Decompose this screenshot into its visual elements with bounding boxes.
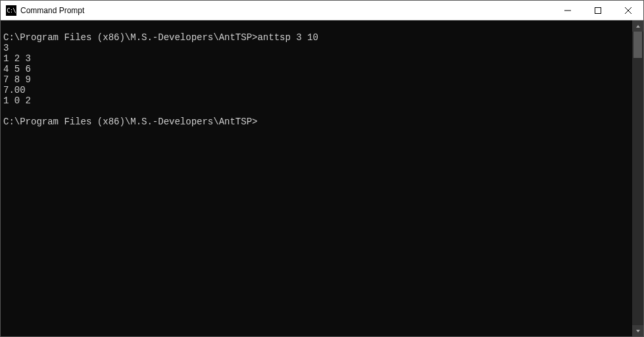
terminal-line: C:\Program Files (x86)\M.S.-Developers\A… — [3, 117, 630, 127]
window-titlebar: C:\ Command Prompt — [1, 1, 643, 20]
client-area: C:\Program Files (x86)\M.S.-Developers\A… — [1, 20, 643, 336]
svg-marker-4 — [636, 25, 640, 28]
scrollbar-thumb[interactable] — [633, 32, 642, 58]
terminal-line: 4 5 6 — [3, 64, 630, 74]
terminal-line: 1 0 2 — [3, 95, 630, 106]
close-button[interactable] — [613, 1, 643, 20]
terminal-line: 7.00 — [3, 85, 630, 95]
terminal-line — [3, 22, 630, 32]
minimize-button[interactable] — [553, 1, 583, 20]
vertical-scrollbar[interactable] — [632, 20, 643, 336]
svg-marker-5 — [636, 330, 640, 332]
window-title: Command Prompt — [20, 6, 84, 15]
scrollbar-track[interactable] — [632, 32, 643, 325]
maximize-button[interactable] — [583, 1, 613, 20]
cmd-icon: C:\ — [6, 5, 16, 16]
terminal-output[interactable]: C:\Program Files (x86)\M.S.-Developers\A… — [1, 20, 632, 336]
scroll-down-arrow-icon[interactable] — [632, 325, 643, 336]
terminal-line: 1 2 3 — [3, 53, 630, 64]
terminal-line: 7 8 9 — [3, 74, 630, 85]
terminal-line — [3, 106, 630, 117]
terminal-line: 3 — [3, 43, 630, 53]
svg-rect-1 — [595, 7, 601, 13]
terminal-line: C:\Program Files (x86)\M.S.-Developers\A… — [3, 32, 630, 43]
scroll-up-arrow-icon[interactable] — [632, 20, 643, 32]
